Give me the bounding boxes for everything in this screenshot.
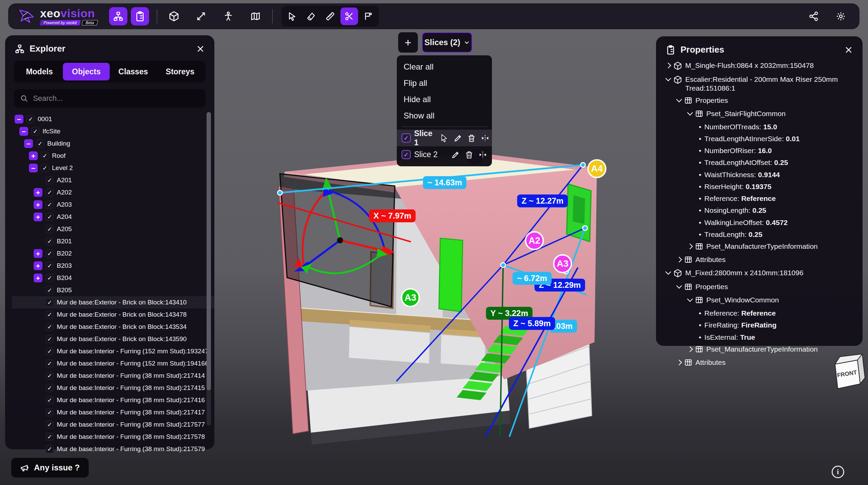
tree-row[interactable]: +✓B204 [12, 272, 214, 284]
tree-checkbox[interactable]: ✓ [41, 152, 49, 160]
tree-checkbox[interactable]: ✓ [46, 421, 54, 429]
tree-row[interactable]: ✓Mur de base:Interior - Furring (38 mm S… [12, 406, 214, 418]
tree-checkbox[interactable]: ✓ [26, 115, 35, 123]
cube-view-button[interactable] [165, 7, 183, 25]
tree-row[interactable]: ✓Mur de base:Exterior - Brick on Block:1… [12, 333, 214, 345]
tree-row[interactable]: ✓Mur de base:Interior - Furring (38 mm S… [12, 418, 214, 431]
tree-checkbox[interactable]: ✓ [46, 445, 54, 453]
measurement-label[interactable]: ~ 14.63m [423, 176, 466, 189]
annotation-marker-a3[interactable]: A3 [401, 288, 420, 307]
tree-checkbox[interactable]: ✓ [46, 298, 54, 306]
tree-row[interactable]: ✓Mur de base:Exterior - Brick on Block:1… [12, 296, 214, 309]
expander-minus-icon[interactable]: − [29, 164, 38, 172]
close-icon[interactable] [196, 44, 205, 53]
tree-checkbox[interactable]: ✓ [46, 262, 54, 270]
tree-row[interactable]: −✓Building [12, 137, 214, 150]
property-row[interactable]: •NosingLength: 0.25 [666, 206, 854, 215]
tree-checkbox[interactable]: ✓ [46, 176, 54, 184]
tree-checkbox[interactable]: ✓ [46, 213, 54, 221]
fit-view-button[interactable] [192, 7, 210, 25]
property-row[interactable]: •IsExternal: True [666, 333, 854, 342]
slice-tool-button[interactable] [340, 7, 358, 25]
edit-slice-icon[interactable] [450, 150, 461, 160]
tab-storeys[interactable]: Storeys [157, 63, 203, 80]
property-row[interactable]: •TreadLengthAtInnerSide: 0.01 [666, 134, 854, 143]
property-row[interactable]: •TreadLength: 0.25 [666, 230, 854, 239]
expander-plus-icon[interactable]: + [34, 200, 42, 209]
property-row[interactable]: Properties [666, 282, 854, 293]
property-row[interactable]: •WaistThickness: 0.9144 [666, 170, 854, 179]
chevron-right-icon[interactable] [676, 257, 682, 263]
tree-checkbox[interactable]: ✓ [46, 433, 54, 441]
search-input[interactable] [33, 94, 199, 103]
expander-minus-icon[interactable]: − [15, 115, 23, 124]
slices-menu-show-all[interactable]: Show all [397, 108, 492, 124]
tree-checkbox[interactable]: ✓ [46, 311, 54, 319]
property-row[interactable]: •Reference: Reference [666, 309, 854, 318]
tree-checkbox[interactable]: ✓ [46, 396, 54, 404]
property-row[interactable]: •Reference: Reference [666, 194, 854, 203]
tree-checkbox[interactable]: ✓ [46, 335, 54, 343]
property-row[interactable]: Attributes [666, 255, 854, 265]
property-row[interactable]: M_Fixed:2800mm x 2410mm:181096 [666, 268, 854, 279]
expander-plus-icon[interactable]: + [34, 188, 42, 197]
tree-checkbox[interactable]: ✓ [46, 372, 54, 380]
annotation-marker-a4[interactable]: A4 [587, 159, 606, 178]
search-box[interactable] [14, 89, 206, 108]
tab-objects[interactable]: Objects [63, 63, 110, 80]
property-row[interactable]: •TreadLengthAtOffset: 0.25 [666, 158, 854, 167]
chevron-down-icon[interactable] [687, 110, 693, 115]
tree-row[interactable]: ✓Mur de base:Interior - Furring (152 mm … [12, 357, 214, 370]
tree-checkbox[interactable]: ✓ [46, 201, 54, 209]
chevron-right-icon[interactable] [687, 244, 693, 249]
tree-row[interactable]: ✓Mur de base:Interior - Furring (38 mm S… [12, 370, 214, 382]
tree-checkbox[interactable]: ✓ [46, 237, 54, 245]
tree-row[interactable]: −✓Level 2 [12, 162, 214, 174]
slice-checkbox[interactable]: ✓ [402, 133, 411, 143]
tab-models[interactable]: Models [16, 63, 63, 80]
tree-scrollbar[interactable] [207, 112, 211, 426]
annotation-tool-button[interactable] [359, 7, 377, 25]
tree-row[interactable]: ✓Mur de base:Exterior - Brick on Block:1… [12, 309, 214, 321]
chevron-down-icon[interactable] [666, 76, 671, 81]
flip-slice-icon[interactable] [478, 150, 488, 160]
tree-row[interactable]: ✓B201 [12, 235, 214, 247]
tree-row[interactable]: +✓A202 [12, 186, 214, 199]
slices-menu-clear-all[interactable]: Clear all [397, 59, 492, 75]
measurement-label[interactable]: ~ 6.72m [513, 272, 552, 285]
close-icon[interactable] [844, 45, 853, 54]
tab-classes[interactable]: Classes [110, 63, 157, 80]
tree-checkbox[interactable]: ✓ [46, 274, 54, 282]
slices-menu-hide-all[interactable]: Hide all [397, 91, 492, 108]
slice-row[interactable]: ✓Slice 1 [397, 130, 492, 146]
measure-tool-button[interactable] [321, 7, 339, 25]
annotation-marker-a3[interactable]: A3 [553, 254, 572, 273]
property-row[interactable]: Escalier:Residential - 200mm Max Riser 2… [666, 75, 854, 93]
tree-row[interactable]: ✓Mur de base:Interior - Furring (38 mm S… [12, 443, 214, 455]
chevron-down-icon[interactable] [687, 296, 693, 302]
tree-checkbox[interactable]: ✓ [46, 225, 54, 233]
delete-slice-icon[interactable] [466, 133, 477, 143]
slices-menu-flip-all[interactable]: Flip all [397, 75, 492, 91]
tree-checkbox[interactable]: ✓ [46, 384, 54, 392]
expander-plus-icon[interactable]: + [34, 274, 42, 282]
flip-slice-icon[interactable] [480, 133, 490, 143]
property-row[interactable]: •FireRating: FireRating [666, 321, 854, 330]
delete-slice-icon[interactable] [464, 150, 474, 160]
property-row[interactable]: Pset_ManufacturerTypeInformation [666, 345, 854, 355]
expander-minus-icon[interactable]: − [24, 139, 33, 148]
slice-checkbox[interactable]: ✓ [402, 150, 411, 159]
tree-row[interactable]: ✓A201 [12, 174, 214, 186]
settings-button[interactable] [832, 7, 850, 25]
tree-row[interactable]: ✓Mur de base:Interior - Furring (38 mm S… [12, 394, 214, 406]
chevron-down-icon[interactable] [676, 96, 682, 102]
tree-row[interactable]: −✓IfcSite [12, 125, 214, 137]
expander-plus-icon[interactable]: + [34, 261, 42, 270]
tree-row[interactable]: ✓Mur de base:Exterior - Brick on Block:1… [12, 321, 214, 333]
tree-checkbox[interactable]: ✓ [46, 347, 54, 355]
expander-plus-icon[interactable]: + [34, 212, 42, 221]
tree-checkbox[interactable]: ✓ [31, 127, 39, 135]
tree-row[interactable]: +✓A204 [12, 211, 214, 223]
measurement-label[interactable]: Z ~ 12.27m [517, 194, 568, 207]
tree-row[interactable]: ✓Mur de base:Interior - Furring (38 mm S… [12, 382, 214, 394]
